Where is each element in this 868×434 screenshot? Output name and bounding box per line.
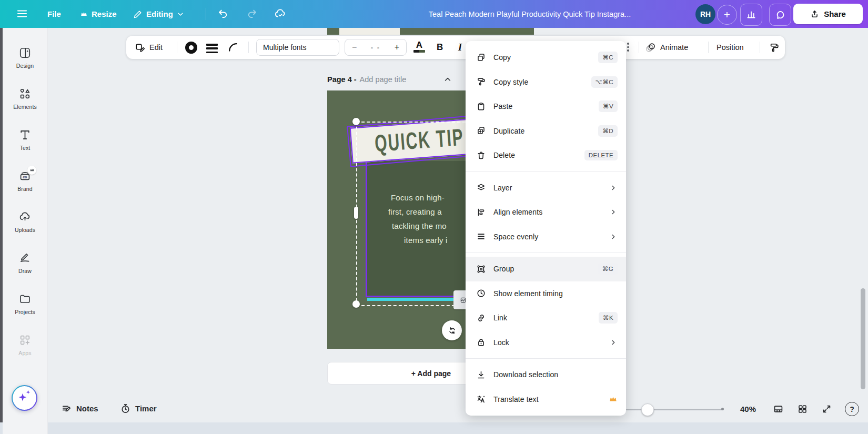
font-size-stepper[interactable]: − - - +	[345, 39, 407, 56]
text-icon	[18, 128, 32, 142]
collapse-page-icon[interactable]	[443, 75, 452, 84]
sidebar-item-label: Design	[16, 63, 34, 69]
font-size-value[interactable]: - -	[371, 44, 380, 52]
edit-button[interactable]: Edit	[135, 36, 163, 59]
svg-text:co: co	[23, 175, 27, 178]
menu-item-label: Link	[493, 314, 599, 322]
zoom-level[interactable]: 40%	[733, 405, 763, 413]
menu-item-duplicate[interactable]: Duplicate⌘D	[466, 119, 626, 144]
animate-button[interactable]: Animate	[645, 36, 688, 59]
clock-icon	[476, 288, 486, 298]
design-icon	[18, 46, 32, 59]
menu-item-layer[interactable]: Layer	[466, 176, 626, 200]
previous-page-edge	[327, 28, 534, 35]
line-weight-button[interactable]	[206, 44, 218, 53]
resize-button[interactable]: Resize	[80, 0, 117, 28]
menu-item-label: Lock	[493, 338, 609, 347]
timer-icon	[120, 403, 131, 414]
menu-item-label: Paste	[493, 102, 599, 110]
selection-handle-top-left[interactable]	[352, 118, 360, 125]
chevron-right-icon	[609, 208, 618, 216]
sidebar-item-label: Projects	[15, 309, 35, 315]
insights-button[interactable]	[740, 4, 762, 26]
menu-item-copy[interactable]: Copy⌘C	[466, 45, 626, 70]
animate-icon	[645, 42, 656, 53]
font-size-decrease[interactable]: −	[352, 43, 357, 52]
sidebar-item-elements[interactable]: Elements	[3, 78, 47, 119]
translate-icon	[476, 394, 486, 404]
group-icon	[476, 264, 486, 274]
sidebar-item-draw[interactable]: Draw	[3, 242, 47, 283]
sidebar-item-text[interactable]: Text	[3, 119, 47, 160]
grid-view-icon[interactable]	[797, 403, 808, 415]
hamburger-menu-icon[interactable]	[16, 7, 28, 20]
menu-item-copy-style[interactable]: Copy style⌥⌘C	[466, 70, 626, 95]
add-member-button[interactable]: +	[717, 5, 737, 25]
undo-button[interactable]	[217, 7, 229, 20]
share-button[interactable]: Share	[793, 4, 863, 24]
ai-assistant-button[interactable]	[12, 385, 37, 411]
comments-button[interactable]	[769, 4, 791, 26]
font-family-select[interactable]: Multiple fonts	[256, 39, 339, 56]
sidebar-item-brand[interactable]: coBrand	[3, 160, 47, 201]
help-button[interactable]: ?	[845, 402, 859, 416]
copy-style-roller-button[interactable]	[769, 36, 780, 59]
rotate-handle[interactable]	[442, 320, 462, 340]
sparkle-small-icon	[25, 390, 31, 396]
redo-button[interactable]	[246, 7, 258, 20]
menu-item-group[interactable]: Group⌘G	[466, 257, 626, 281]
document-title[interactable]: Teal Peach Modern Playful Productivity Q…	[413, 0, 646, 28]
menu-item-translate-text[interactable]: Translate text	[466, 387, 626, 412]
chevron-right-icon	[609, 233, 618, 241]
corner-arc-button[interactable]	[227, 36, 239, 59]
more-options-icon[interactable]	[627, 43, 629, 52]
fullscreen-icon[interactable]	[821, 403, 832, 415]
sidebar-item-apps[interactable]: Apps	[3, 324, 47, 365]
draw-icon	[18, 251, 32, 265]
menu-item-paste[interactable]: Paste⌘V	[466, 94, 626, 119]
selection-handle-left[interactable]	[354, 207, 358, 219]
menu-item-link[interactable]: Link⌘K	[466, 306, 626, 330]
menu-item-lock[interactable]: Lock	[466, 330, 626, 355]
timer-button[interactable]: Timer	[120, 403, 157, 414]
chevron-down-icon	[177, 11, 184, 18]
keyboard-shortcut: ⌘D	[598, 125, 618, 137]
menu-item-space-evenly[interactable]: Space evenly	[466, 225, 626, 249]
keyboard-shortcut: ⌘C	[598, 52, 618, 63]
sidebar-item-design[interactable]: Design	[3, 37, 47, 78]
editing-mode-button[interactable]: Editing	[133, 0, 184, 28]
menu-item-align-elements[interactable]: Align elements	[466, 200, 626, 225]
menu-item-label: Download selection	[493, 370, 618, 379]
avatar[interactable]: RH	[695, 4, 715, 24]
sidebar-item-uploads[interactable]: Uploads	[3, 201, 47, 242]
pages-view-icon[interactable]	[773, 403, 784, 415]
bold-button[interactable]: B	[437, 36, 443, 59]
zoom-slider-thumb[interactable]	[641, 403, 654, 416]
vertical-scrollbar[interactable]	[861, 288, 865, 389]
page-title-placeholder[interactable]: Add page title	[360, 75, 407, 84]
keyboard-shortcut: ⌘K	[599, 312, 618, 324]
projects-icon	[18, 292, 32, 306]
paint-roller-icon	[476, 77, 486, 87]
menu-item-delete[interactable]: DeleteDELETE	[466, 143, 626, 168]
notes-button[interactable]: Notes	[61, 403, 98, 414]
text-color-button[interactable]: A	[413, 41, 425, 53]
sidebar-item-projects[interactable]: Projects	[3, 283, 47, 324]
clipboard-icon	[476, 102, 486, 112]
sidebar-item-label: Text	[20, 145, 31, 151]
duplicate-icon	[476, 126, 486, 136]
file-menu-button[interactable]: File	[47, 0, 61, 28]
menu-item-label: Copy style	[493, 78, 591, 86]
zoom-slider-track[interactable]	[626, 409, 722, 410]
sidebar-item-label: Uploads	[15, 227, 35, 233]
font-size-increase[interactable]: +	[395, 43, 399, 52]
menu-item-show-element-timing[interactable]: Show element timing	[466, 281, 626, 306]
text-color-swatch	[413, 50, 425, 53]
selection-handle-bottom-left[interactable]	[352, 300, 360, 308]
menu-item-download-selection[interactable]: Download selection	[466, 362, 626, 387]
position-button[interactable]: Position	[716, 36, 744, 59]
premium-crown-icon	[609, 395, 618, 403]
italic-button[interactable]: I	[458, 36, 462, 59]
menu-item-label: Copy	[493, 53, 598, 62]
border-style-button[interactable]	[185, 36, 197, 59]
